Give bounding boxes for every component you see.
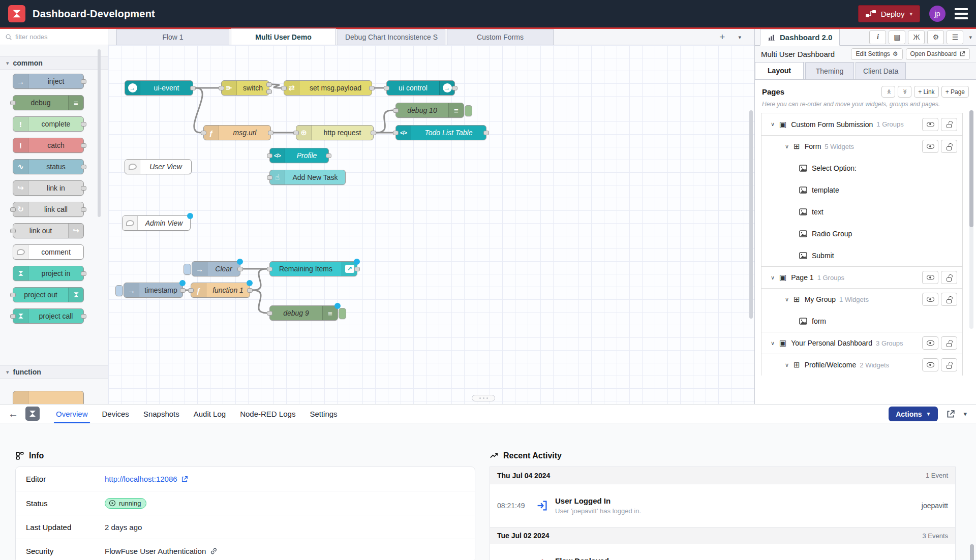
palette-node-inject[interactable]: →inject: [13, 74, 84, 89]
input-port[interactable]: [10, 293, 16, 297]
palette-node-status[interactable]: ∿status: [13, 159, 84, 174]
output-port[interactable]: [237, 267, 243, 271]
output-port[interactable]: [81, 79, 86, 84]
canvas-horizontal-handle[interactable]: [472, 395, 495, 401]
visibility-button[interactable]: [922, 293, 938, 306]
chevron-down-icon[interactable]: ∨: [771, 121, 775, 128]
palette-category-common[interactable]: ▾common: [0, 56, 108, 70]
open-dashboard-button[interactable]: Open Dashboard: [906, 48, 970, 60]
output-port[interactable]: [81, 271, 86, 276]
tab-theming[interactable]: Theming: [805, 63, 854, 79]
deploy-button[interactable]: Deploy ▾: [858, 5, 920, 22]
collapse-all-button[interactable]: ≫: [881, 86, 895, 98]
debug-toggle-button[interactable]: [339, 308, 346, 319]
back-arrow-icon[interactable]: ←: [8, 408, 18, 420]
wire-http-request-to-debug10[interactable]: [376, 110, 393, 133]
flow-node-remaining-items[interactable]: Remaining Items↗: [269, 261, 357, 276]
flow-node-clear[interactable]: →Clear: [192, 261, 240, 276]
flow-node-todo-table[interactable]: </>Todo List Table: [395, 125, 486, 140]
flow-node-switch[interactable]: ⋔switch: [221, 80, 269, 96]
tree-row-form[interactable]: form: [761, 310, 962, 332]
tree-row-my-group[interactable]: ∨⊞My Group1 Widgets: [761, 288, 962, 310]
input-port[interactable]: [10, 207, 16, 212]
book-icon[interactable]: ▤: [889, 30, 905, 44]
flow-node-msg-url[interactable]: ƒmsg.url: [203, 125, 271, 140]
flow-node-user-view[interactable]: User View: [125, 159, 192, 174]
tab-settings[interactable]: Settings: [302, 405, 344, 423]
wire-switch-to-set-payload[interactable]: [272, 84, 281, 88]
flow-tab-multi-user-demo[interactable]: Multi User Demo: [231, 28, 336, 45]
collapse-panel-icon[interactable]: ▾: [963, 410, 967, 418]
output-port[interactable]: [81, 143, 86, 148]
output-port[interactable]: [369, 86, 375, 90]
inject-button[interactable]: [115, 285, 123, 296]
output-port[interactable]: [81, 207, 86, 212]
tree-row-select-option-[interactable]: Select Option:: [761, 157, 962, 179]
tree-row-your-personal-dashboard[interactable]: ∨▣Your Personal Dashboard3 Groups: [761, 332, 962, 354]
palette-node-catch[interactable]: !catch: [13, 138, 84, 153]
visibility-button[interactable]: [922, 271, 938, 284]
wire-function1-to-remaining-items[interactable]: [253, 269, 267, 290]
palette-search[interactable]: [0, 29, 108, 45]
flow-node-timestamp[interactable]: →timestamp: [124, 283, 183, 298]
flow-tab-flow-1[interactable]: Flow 1: [116, 29, 229, 45]
palette-category-function[interactable]: ▾function: [0, 365, 108, 379]
flow-node-http-request[interactable]: ⊕http request: [296, 125, 374, 140]
output-port[interactable]: [483, 131, 489, 135]
input-port[interactable]: [10, 314, 16, 319]
output-port[interactable]: [180, 288, 186, 293]
add-flow-icon[interactable]: +: [719, 32, 725, 43]
input-port[interactable]: [393, 108, 399, 113]
input-port[interactable]: [201, 131, 206, 135]
output-port[interactable]: [268, 131, 273, 135]
visibility-button[interactable]: [922, 140, 938, 153]
bug-icon[interactable]: Ж: [908, 30, 925, 44]
input-port[interactable]: [267, 267, 272, 271]
tab-devices[interactable]: Devices: [95, 405, 136, 423]
palette-node-debug[interactable]: debug≡: [13, 95, 84, 110]
tree-row-form[interactable]: ∨⊞Form5 Widgets: [761, 135, 962, 157]
flow-node-admin-view[interactable]: Admin View: [122, 215, 191, 231]
sidebar-scrollbar[interactable]: [969, 110, 973, 329]
debug-toggle-button[interactable]: [465, 105, 472, 116]
input-port[interactable]: [10, 101, 16, 105]
input-port[interactable]: [293, 131, 299, 135]
editor-link[interactable]: http://localhost:12086: [105, 475, 188, 483]
tree-row-text[interactable]: text: [761, 201, 962, 223]
input-port[interactable]: [384, 86, 389, 90]
visibility-button[interactable]: [922, 358, 938, 371]
tab-audit-log[interactable]: Audit Log: [187, 405, 233, 423]
bottom-scrollbar[interactable]: [970, 544, 974, 560]
activity-event[interactable]: 08:21:49User Logged InUser 'joepavitt' h…: [490, 484, 955, 527]
open-editor-icon[interactable]: [946, 410, 955, 419]
menu-icon[interactable]: [955, 8, 968, 19]
flow-node-add-new-task[interactable]: ☝Add New Task: [269, 170, 346, 185]
output-port[interactable]: [190, 86, 196, 90]
output-port[interactable]: [326, 153, 331, 158]
canvas-vertical-scrollbar[interactable]: [749, 110, 753, 319]
tree-row-page-1[interactable]: ∨▣Page 11 Groups: [761, 266, 962, 288]
output-port[interactable]: [81, 165, 86, 169]
flow-canvas[interactable]: →ui-event⋔switch⇄set msg.payloadui contr…: [108, 45, 754, 404]
palette-node-link-in[interactable]: ↪link in: [13, 180, 84, 196]
avatar[interactable]: jp: [929, 6, 946, 22]
wire-function1-to-debug9[interactable]: [253, 290, 267, 313]
sidebar-caret-icon[interactable]: ▾: [969, 34, 972, 41]
lock-button[interactable]: [941, 293, 957, 306]
flow-node-ui-control[interactable]: ui control→: [386, 80, 455, 96]
tab-snapshots[interactable]: Snapshots: [136, 405, 187, 423]
actions-button[interactable]: Actions ▼: [889, 407, 938, 421]
input-port[interactable]: [10, 229, 16, 233]
tab-dashboard-2.0[interactable]: Dashboard 2.0: [760, 29, 840, 46]
palette-node-complete[interactable]: !complete: [13, 116, 84, 132]
input-port[interactable]: [281, 86, 287, 90]
tab-node-red-logs[interactable]: Node-RED Logs: [233, 405, 302, 423]
visibility-button[interactable]: [922, 118, 938, 131]
tab-client-data[interactable]: Client Data: [856, 63, 906, 79]
tab-layout[interactable]: Layout: [755, 62, 804, 79]
inject-button[interactable]: [184, 264, 191, 275]
tab-overview[interactable]: Overview: [49, 405, 95, 423]
palette-node-project-call[interactable]: project call: [13, 308, 84, 324]
lock-button[interactable]: [941, 358, 957, 371]
edit-settings-button[interactable]: Edit Settings ⚙: [851, 48, 902, 60]
